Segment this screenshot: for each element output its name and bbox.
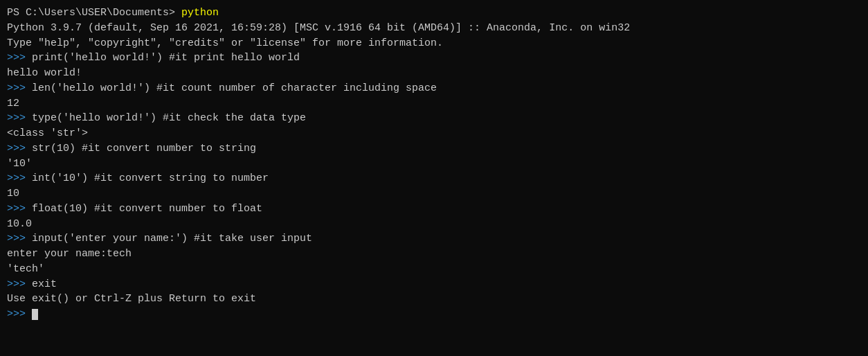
terminal-line-1: PS C:\Users\USER\Documents> python bbox=[7, 6, 861, 21]
terminal-line-2: Python 3.9.7 (default, Sep 16 2021, 16:5… bbox=[7, 21, 861, 36]
terminal-line-9: <class 'str'> bbox=[7, 126, 861, 141]
terminal-line-3: Type "help", "copyright", "credits" or "… bbox=[7, 36, 861, 51]
terminal-line-13: 10 bbox=[7, 186, 861, 202]
terminal-line-8: >>> type('hello world!') #it check the d… bbox=[7, 111, 861, 126]
terminal-window[interactable]: PS C:\Users\USER\Documents> pythonPython… bbox=[7, 6, 861, 322]
terminal-line-19: >>> exit bbox=[7, 277, 861, 292]
terminal-line-12: >>> int('10') #it convert string to numb… bbox=[7, 171, 861, 186]
terminal-line-7: 12 bbox=[7, 96, 861, 112]
terminal-line-17: enter your name:tech bbox=[7, 247, 861, 262]
terminal-line-18: 'tech' bbox=[7, 262, 861, 277]
terminal-line-5: hello world! bbox=[7, 66, 861, 81]
terminal-line-20: Use exit() or Ctrl-Z plus Return to exit bbox=[7, 292, 861, 307]
terminal-line-15: 10.0 bbox=[7, 217, 861, 232]
terminal-line-11: '10' bbox=[7, 157, 861, 172]
terminal-line-4: >>> print('hello world!') #it print hell… bbox=[7, 51, 861, 66]
terminal-line-6: >>> len('hello world!') #it count number… bbox=[7, 81, 861, 96]
terminal-line-10: >>> str(10) #it convert number to string bbox=[7, 141, 861, 157]
terminal-line-21: >>> bbox=[7, 307, 861, 322]
terminal-line-14: >>> float(10) #it convert number to floa… bbox=[7, 202, 861, 217]
terminal-cursor bbox=[32, 309, 38, 320]
terminal-line-16: >>> input('enter your name:') #it take u… bbox=[7, 231, 861, 247]
